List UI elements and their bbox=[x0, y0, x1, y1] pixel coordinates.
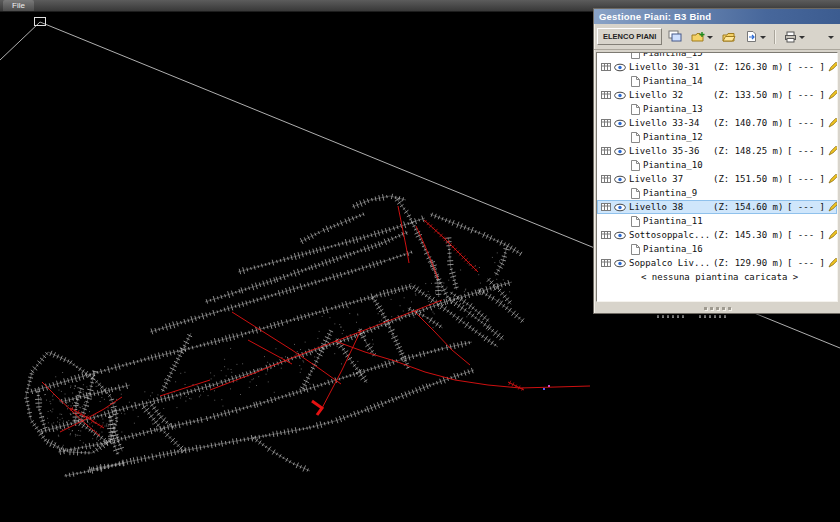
piantina-row[interactable]: Piantina_13 bbox=[597, 102, 837, 116]
level-name: Soppalco Liv... bbox=[629, 258, 713, 268]
edit-icon[interactable] bbox=[828, 61, 838, 72]
piantina-row[interactable]: Piantina_15 bbox=[597, 52, 837, 60]
folder-open-button[interactable] bbox=[719, 29, 739, 45]
print-button[interactable] bbox=[781, 29, 808, 45]
eye-icon[interactable] bbox=[614, 259, 626, 268]
level-name: Livello 37 bbox=[629, 174, 713, 184]
palette-title: Gestione Piani: B3 Bind bbox=[599, 11, 711, 22]
grip-dots[interactable] bbox=[657, 315, 727, 318]
edit-icon[interactable] bbox=[828, 89, 838, 100]
level-row[interactable]: Livello 32(Z: 133.50 m)[ --- ] bbox=[597, 88, 837, 102]
page-icon bbox=[631, 52, 640, 59]
edit-icon[interactable] bbox=[828, 229, 838, 240]
level-name: Livello 35-36 bbox=[629, 146, 713, 156]
level-row[interactable]: Soppalco Liv...(Z: 129.90 m)[ --- ] bbox=[597, 256, 837, 270]
grid-icon bbox=[601, 62, 611, 72]
layers-button[interactable] bbox=[665, 28, 685, 45]
eye-icon[interactable] bbox=[614, 175, 626, 184]
piantina-name: Piantina_13 bbox=[643, 104, 703, 114]
level-row[interactable]: Livello 37(Z: 151.50 m)[ --- ] bbox=[597, 172, 837, 186]
level-elevation: (Z: 154.60 m) bbox=[713, 202, 787, 212]
level-elevation: (Z: 145.30 m) bbox=[713, 230, 787, 240]
level-name: Livello 32 bbox=[629, 90, 713, 100]
eye-icon[interactable] bbox=[614, 119, 626, 128]
level-row[interactable]: Livello 30-31(Z: 126.30 m)[ --- ] bbox=[597, 60, 837, 74]
grid-icon bbox=[601, 258, 611, 268]
edit-icon[interactable] bbox=[828, 145, 838, 156]
level-elevation: (Z: 151.50 m) bbox=[713, 174, 787, 184]
piantina-name: Piantina_15 bbox=[643, 52, 703, 58]
chevron-down-icon bbox=[707, 36, 713, 42]
level-flag: [ --- ] bbox=[787, 62, 829, 72]
piantina-row[interactable]: Piantina_11 bbox=[597, 214, 837, 228]
level-name: Livello 30-31 bbox=[629, 62, 713, 72]
piantina-name: Piantina_11 bbox=[643, 216, 703, 226]
edit-icon[interactable] bbox=[828, 257, 838, 268]
piantina-name: Piantina_10 bbox=[643, 160, 703, 170]
grid-icon bbox=[601, 230, 611, 240]
level-flag: [ --- ] bbox=[787, 230, 829, 240]
page-icon bbox=[631, 160, 640, 171]
grid-icon bbox=[601, 146, 611, 156]
palette-toolbar: ELENCO PIANI bbox=[594, 24, 840, 50]
piantina-row[interactable]: Piantina_16 bbox=[597, 242, 837, 256]
level-row[interactable]: Livello 35-36(Z: 148.25 m)[ --- ] bbox=[597, 144, 837, 158]
folder-add-button[interactable] bbox=[688, 29, 716, 45]
empty-row-label: < nessuna piantina caricata > bbox=[641, 272, 798, 282]
empty-row[interactable]: < nessuna piantina caricata > bbox=[597, 270, 837, 284]
eye-icon[interactable] bbox=[614, 63, 626, 72]
grid-icon bbox=[601, 90, 611, 100]
level-flag: [ --- ] bbox=[787, 258, 829, 268]
palette-options-button[interactable] bbox=[825, 30, 837, 44]
level-row[interactable]: Livello 38(Z: 154.60 m)[ --- ] bbox=[597, 200, 837, 214]
piantina-name: Piantina_9 bbox=[643, 188, 697, 198]
layers-icon bbox=[668, 30, 682, 43]
palette-titlebar[interactable]: Gestione Piani: B3 Bind bbox=[594, 9, 840, 24]
piantina-row[interactable]: Piantina_9 bbox=[597, 186, 837, 200]
level-elevation: (Z: 129.90 m) bbox=[713, 258, 787, 268]
level-flag: [ --- ] bbox=[787, 90, 829, 100]
edit-icon[interactable] bbox=[828, 117, 838, 128]
print-icon bbox=[784, 31, 797, 43]
level-name: Livello 38 bbox=[629, 202, 713, 212]
level-elevation: (Z: 140.70 m) bbox=[713, 118, 787, 128]
level-elevation: (Z: 148.25 m) bbox=[713, 146, 787, 156]
elenco-piani-button[interactable]: ELENCO PIANI bbox=[597, 28, 662, 45]
level-name: Livello 33-34 bbox=[629, 118, 713, 128]
eye-icon[interactable] bbox=[614, 147, 626, 156]
edit-icon[interactable] bbox=[828, 173, 838, 184]
app-window: File Gestione Piani: B3 Bind ELENCO PIAN… bbox=[0, 0, 840, 522]
page-icon bbox=[631, 104, 640, 115]
level-row[interactable]: Livello 33-34(Z: 140.70 m)[ --- ] bbox=[597, 116, 837, 130]
palette-resize-grip[interactable] bbox=[594, 304, 840, 313]
chevron-down-icon bbox=[799, 36, 805, 42]
menu-file[interactable]: File bbox=[3, 0, 34, 11]
page-icon bbox=[631, 244, 640, 255]
eye-icon[interactable] bbox=[614, 231, 626, 240]
level-name: Sottosoppalc... bbox=[629, 230, 713, 240]
plan-list: Piantina_15Livello 30-31(Z: 126.30 m)[ -… bbox=[596, 52, 838, 302]
piantina-row[interactable]: Piantina_14 bbox=[597, 74, 837, 88]
gestione-piani-palette: Gestione Piani: B3 Bind ELENCO PIANI bbox=[593, 8, 840, 314]
page-icon bbox=[631, 188, 640, 199]
toolbar-separator bbox=[774, 30, 776, 44]
load-plan-button[interactable] bbox=[742, 28, 769, 45]
piantina-row[interactable]: Piantina_12 bbox=[597, 130, 837, 144]
level-elevation: (Z: 126.30 m) bbox=[713, 62, 787, 72]
page-icon bbox=[631, 76, 640, 87]
level-flag: [ --- ] bbox=[787, 202, 829, 212]
eye-icon[interactable] bbox=[614, 91, 626, 100]
piantina-name: Piantina_16 bbox=[643, 244, 703, 254]
level-row[interactable]: Sottosoppalc...(Z: 145.30 m)[ --- ] bbox=[597, 228, 837, 242]
load-plan-icon bbox=[745, 30, 758, 43]
level-flag: [ --- ] bbox=[787, 118, 829, 128]
piantina-name: Piantina_12 bbox=[643, 132, 703, 142]
piantina-row[interactable]: Piantina_10 bbox=[597, 158, 837, 172]
page-icon bbox=[631, 216, 640, 227]
grid-icon bbox=[601, 202, 611, 212]
level-elevation: (Z: 133.50 m) bbox=[713, 90, 787, 100]
grid-icon bbox=[601, 174, 611, 184]
edit-icon[interactable] bbox=[828, 201, 838, 212]
eye-icon[interactable] bbox=[614, 203, 626, 212]
chevron-down-icon bbox=[760, 36, 766, 42]
